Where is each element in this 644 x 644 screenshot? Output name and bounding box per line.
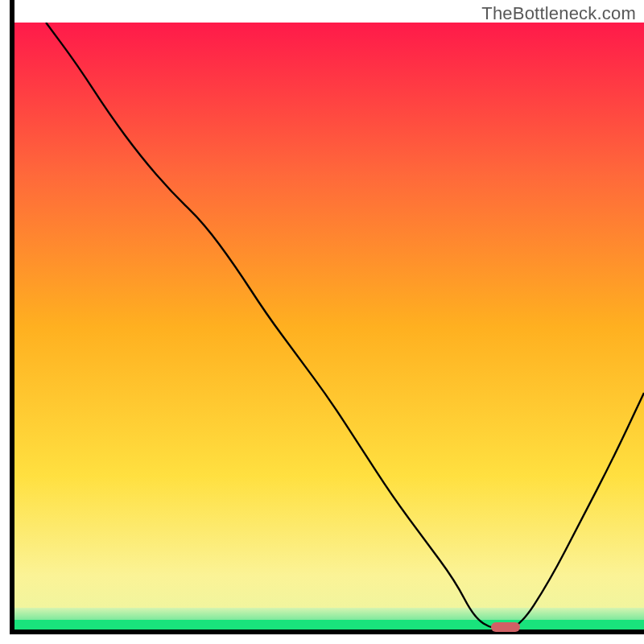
chart-container: TheBottleneck.com [0, 0, 644, 644]
x-axis [10, 630, 644, 634]
svg-rect-0 [14, 23, 644, 576]
background-gradient [14, 23, 644, 630]
band-light-green [14, 608, 644, 620]
band-pale-yellow [14, 576, 644, 608]
plot-area [14, 23, 644, 630]
band-green [14, 620, 644, 630]
watermark-text: TheBottleneck.com [481, 3, 636, 24]
optimal-marker [491, 622, 520, 632]
